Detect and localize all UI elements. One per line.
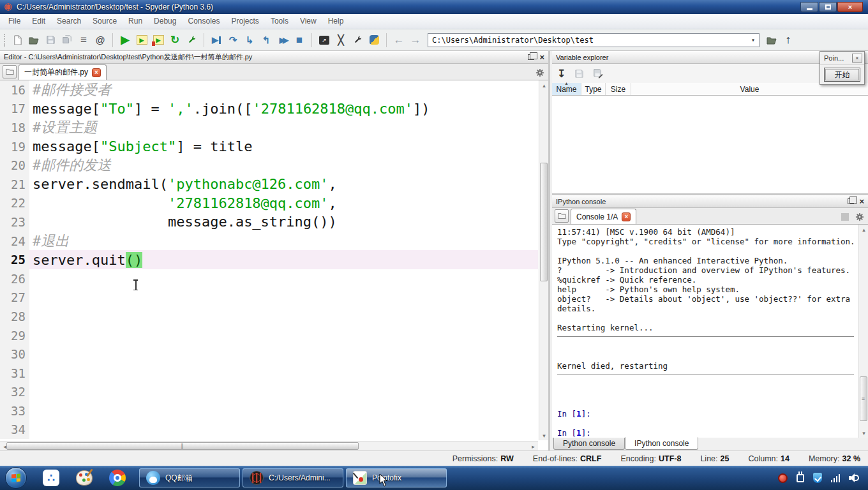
back-button[interactable]: ←	[391, 32, 407, 48]
line-number: 18	[0, 118, 29, 137]
working-directory-combobox[interactable]: C:\Users\Administrator\Desktop\test ▾	[428, 33, 760, 47]
scroll-up-arrow-icon[interactable]: ▴	[859, 225, 868, 234]
save-data-as-button[interactable]	[593, 68, 603, 78]
menu-item-debug[interactable]: Debug	[148, 14, 182, 29]
pointofix-title-bar[interactable]: Poin... ×	[820, 52, 864, 65]
editor-browse-tabs-button[interactable]	[3, 65, 17, 78]
code-line-25: 25server.quit()	[0, 250, 538, 269]
menu-item-edit[interactable]: Edit	[26, 14, 51, 29]
quick-launch-paint[interactable]	[71, 467, 97, 489]
browse-directory-button[interactable]	[763, 32, 780, 48]
quick-launch-chrome[interactable]	[105, 467, 130, 489]
editor-tab-close-icon[interactable]: ×	[92, 68, 101, 77]
save-button[interactable]	[42, 32, 59, 48]
console-options-gear-icon[interactable]	[855, 212, 864, 221]
minimize-button[interactable]	[800, 2, 818, 12]
editor-close-icon[interactable]: ×	[539, 53, 544, 61]
menu-item-help[interactable]: Help	[322, 14, 350, 29]
tab-python-console[interactable]: Python console	[553, 438, 625, 450]
run-file-button[interactable]: ▶	[117, 32, 133, 48]
dropdown-arrow-icon[interactable]: ▾	[751, 36, 755, 43]
window-title: C:/Users/Administrator/Desktop/test - Sp…	[17, 3, 213, 11]
run-cell-advance-button[interactable]: ▶	[150, 32, 167, 48]
column-header-name[interactable]: Name	[552, 83, 581, 95]
console-close-icon[interactable]: ×	[859, 197, 864, 205]
variable-table-body[interactable]	[552, 97, 868, 193]
spyder-app-icon	[4, 3, 13, 11]
paint-icon	[76, 470, 93, 486]
editor-vscroll-thumb[interactable]	[540, 163, 548, 281]
interrupt-kernel-icon[interactable]	[841, 213, 849, 221]
pointofix-title: Poin...	[824, 54, 844, 62]
code-editor[interactable]: 16#邮件接受者17message["To"] = ','.join(['278…	[0, 80, 538, 440]
taskbar-button-qq[interactable]: QQ邮箱	[139, 468, 240, 487]
taskbar-buttons: QQ邮箱C:/Users/Admini...Pointofix	[138, 468, 448, 487]
python-env-button[interactable]	[366, 32, 382, 48]
open-file-button[interactable]	[26, 32, 42, 48]
editor-hscroll-thumb[interactable]: ∥	[6, 442, 359, 450]
debug-step-button[interactable]: ↷	[225, 32, 241, 48]
console-tab-close-icon[interactable]: ×	[622, 212, 631, 221]
menu-item-projects[interactable]: Projects	[226, 14, 265, 29]
security-shield-tray-icon[interactable]	[813, 473, 822, 483]
save-data-button[interactable]	[574, 69, 584, 78]
console-vscroll-thumb[interactable]: ≡	[860, 376, 867, 421]
menu-item-consoles[interactable]: Consoles	[182, 14, 225, 29]
menu-item-source[interactable]: Source	[87, 14, 123, 29]
configure-run-button[interactable]	[183, 32, 200, 48]
menu-item-search[interactable]: Search	[51, 14, 87, 29]
console-line	[557, 352, 858, 361]
menu-item-file[interactable]: File	[3, 14, 26, 29]
quick-launch-network-app[interactable]	[38, 467, 64, 489]
console-line	[557, 399, 858, 409]
console-vertical-scrollbar[interactable]: ▴ ≡ ▾	[858, 225, 868, 438]
run-cell-button[interactable]: ▶	[133, 32, 150, 48]
import-data-button[interactable]: ↧	[557, 68, 565, 80]
save-all-button[interactable]	[59, 32, 75, 48]
debug-step-into-button[interactable]: ↳	[241, 32, 258, 48]
editor-tab-active[interactable]: 一封简单的邮件.py ×	[19, 64, 107, 80]
scroll-down-arrow-icon[interactable]: ▾	[859, 428, 868, 438]
network-signal-tray-icon[interactable]	[831, 473, 841, 482]
parent-directory-button[interactable]: ↑	[780, 32, 797, 48]
new-file-button[interactable]	[9, 32, 26, 48]
console-output-area[interactable]: 11:57:41) [MSC v.1900 64 bit (AMD64)]Typ…	[552, 225, 858, 438]
scroll-up-arrow-icon[interactable]: ▴	[539, 80, 549, 90]
tools-button[interactable]	[349, 32, 366, 48]
taskbar-button-c-users-admini[interactable]: C:/Users/Admini...	[243, 468, 343, 487]
pointofix-start-button[interactable]: 开始	[824, 68, 860, 82]
console-float-icon[interactable]	[848, 198, 854, 204]
editor-float-icon[interactable]	[528, 54, 534, 60]
pointofix-close-button[interactable]: ×	[852, 54, 862, 63]
debug-continue-button[interactable]: ▶▶	[274, 32, 291, 48]
file-switcher-button[interactable]: ≡	[75, 32, 92, 48]
tab-ipython-console[interactable]: IPython console	[625, 437, 698, 450]
console-browse-tabs-button[interactable]	[555, 209, 569, 223]
taskbar-button-pointofix[interactable]: Pointofix	[346, 468, 447, 487]
start-button[interactable]	[5, 467, 27, 489]
close-button[interactable]: ×	[837, 2, 863, 12]
plugin-tray-icon[interactable]	[797, 474, 804, 482]
forward-button[interactable]: →	[407, 32, 424, 48]
menu-item-tools[interactable]: Tools	[265, 14, 294, 29]
restore-button[interactable]	[819, 2, 837, 12]
volume-tray-icon[interactable]	[849, 473, 859, 482]
column-header-size[interactable]: Size	[606, 83, 631, 95]
editor-vertical-scrollbar[interactable]: ▴ ▾	[539, 80, 548, 440]
debug-stop-button[interactable]: ■	[291, 32, 308, 48]
scroll-down-arrow-icon[interactable]: ▾	[539, 431, 549, 440]
rerun-cell-button[interactable]: ↻	[167, 32, 183, 48]
menu-item-view[interactable]: View	[294, 14, 322, 29]
menu-item-run[interactable]: Run	[123, 14, 148, 29]
editor-options-gear-icon[interactable]	[535, 68, 544, 77]
maximize-pane-button[interactable]: ↗	[316, 32, 333, 48]
debug-step-return-button[interactable]: ↰	[258, 32, 274, 48]
fullscreen-button[interactable]: ╳	[333, 32, 349, 48]
scroll-right-arrow-icon[interactable]: ▸	[528, 442, 538, 451]
symbol-finder-button[interactable]: @	[92, 32, 108, 48]
editor-horizontal-scrollbar[interactable]: ◂ ∥ ▸	[0, 441, 538, 450]
debug-file-button[interactable]: ▶	[208, 32, 225, 48]
column-header-type[interactable]: Type	[581, 83, 606, 95]
recording-tray-icon[interactable]	[778, 473, 788, 483]
console-tab-active[interactable]: Console 1/A ×	[571, 209, 636, 224]
